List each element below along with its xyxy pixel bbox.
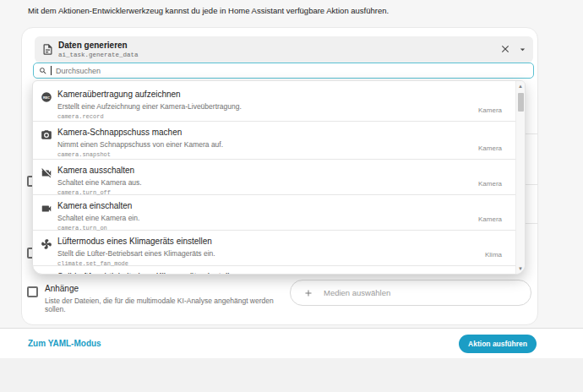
chevron-down-icon [517, 44, 528, 55]
attachments-description: Liste der Dateien, die für die multimoda… [45, 297, 290, 313]
scroll-down-icon[interactable]: ▼ [516, 266, 525, 271]
option-description: Erstellt eine Aufzeichnung einer Kamera-… [57, 102, 504, 111]
option-title: Kamera-Schnappschuss machen [57, 128, 504, 138]
action-results-list: REC Kameraübertragung aufzeichnen Erstel… [33, 84, 515, 275]
page-intro-text: Mit dem Aktionen-Entwicklerwerkzeug kann… [28, 6, 389, 15]
option-title: Kameraübertragung aufzeichnen [57, 90, 504, 100]
option-title: Lüftermodus eines Klimageräts einstellen [57, 237, 504, 247]
dropdown-toggle-button[interactable] [517, 44, 528, 55]
fan-icon [41, 238, 52, 250]
action-search-box[interactable] [33, 63, 534, 79]
option-domain-badge: Klima [485, 251, 502, 259]
attachments-checkbox[interactable] [27, 286, 38, 297]
scrollbar-thumb[interactable] [518, 93, 524, 112]
option-service-id: camera.record [57, 113, 504, 120]
action-footer: Zum YAML-Modus Aktion ausführen [0, 328, 583, 358]
selected-action-title: Daten generieren [58, 41, 139, 50]
camera-icon [41, 129, 52, 141]
option-description: Schaltet eine Kamera ein. [57, 214, 504, 222]
option-description: Nimmt einen Schnappschuss von einer Kame… [57, 140, 504, 149]
scroll-up-icon[interactable]: ▲ [516, 84, 525, 89]
action-card: Daten generieren ai_task.generate_data R… [21, 27, 538, 325]
action-option-climate-set-fan-mode[interactable]: Lüftermodus eines Klimageräts einstellen… [33, 231, 515, 266]
option-domain-badge: Kamera [478, 180, 502, 188]
action-option-camera-turn-on[interactable]: Kamera einschalten Schaltet eine Kamera … [33, 195, 515, 231]
selected-action-service-id: ai_task.generate_data [58, 52, 139, 58]
action-picker-field[interactable]: Daten generieren ai_task.generate_data [35, 36, 533, 63]
page-background [0, 358, 583, 392]
close-icon [499, 43, 511, 55]
record-icon: REC [41, 91, 52, 103]
search-icon [39, 67, 47, 75]
clear-selection-button[interactable] [499, 43, 511, 55]
video-off-icon [41, 167, 52, 179]
document-icon [41, 43, 54, 56]
action-results-dropdown: REC Kameraübertragung aufzeichnen Erstel… [32, 80, 526, 275]
search-input[interactable] [56, 67, 528, 75]
action-option-climate-set-humidity[interactable]: Soll-Luftfeuchtigkeit eines Klimageräts … [33, 266, 515, 275]
option-description: Schaltet eine Kamera aus. [57, 178, 504, 187]
option-domain-badge: Kamera [478, 144, 502, 152]
yaml-mode-link[interactable]: Zum YAML-Modus [28, 339, 101, 348]
select-media-button[interactable]: Medien auswählen [290, 280, 531, 306]
plus-icon [303, 288, 313, 298]
action-option-camera-snapshot[interactable]: Kamera-Schnappschuss machen Nimmt einen … [33, 122, 515, 160]
option-title: Kamera einschalten [57, 201, 504, 211]
run-action-button[interactable]: Aktion ausführen [459, 335, 537, 353]
option-description: Stellt die Lüfter-Betriebsart eines Klim… [57, 249, 504, 258]
text-cursor [51, 66, 52, 75]
option-domain-badge: Kamera [478, 106, 502, 114]
video-icon [41, 203, 52, 215]
action-option-camera-turn-off[interactable]: Kamera ausschalten Schaltet eine Kamera … [33, 160, 515, 195]
attachments-label: Anhänge [45, 284, 290, 293]
option-title: Kamera ausschalten [57, 166, 504, 176]
option-title: Soll-Luftfeuchtigkeit eines Klimageräts … [57, 272, 504, 275]
action-option-camera-record[interactable]: REC Kameraübertragung aufzeichnen Erstel… [33, 84, 515, 122]
dropdown-scrollbar[interactable]: ▲ ▼ [515, 81, 525, 274]
svg-text:REC: REC [43, 96, 50, 100]
option-domain-badge: Kamera [478, 215, 502, 223]
select-media-label: Medien auswählen [324, 288, 390, 297]
option-service-id: camera.snapshot [57, 151, 504, 158]
